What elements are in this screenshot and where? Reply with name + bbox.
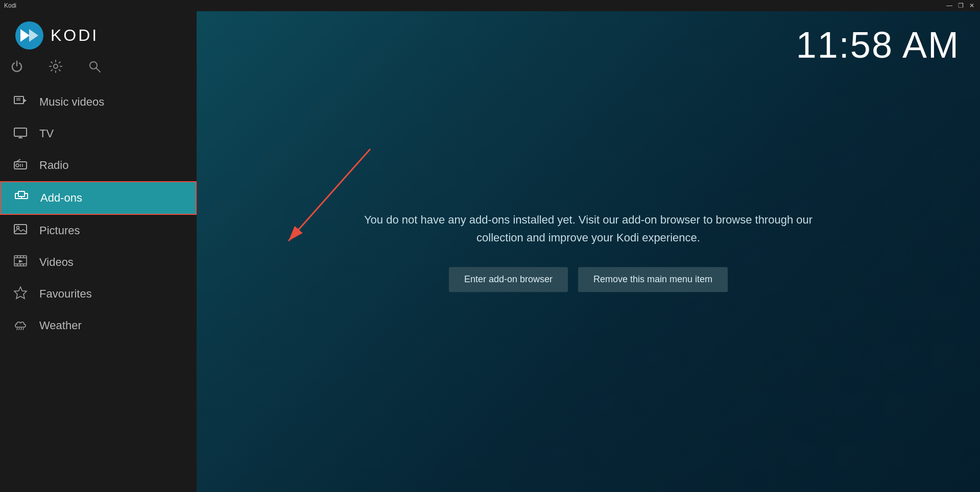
search-icon[interactable] bbox=[88, 60, 101, 76]
favourites-icon bbox=[13, 285, 28, 303]
svg-marker-7 bbox=[23, 99, 27, 103]
window-title: Kodi bbox=[4, 2, 16, 9]
weather-label: Weather bbox=[39, 319, 82, 332]
app-name: KODI bbox=[51, 26, 99, 45]
radio-icon bbox=[13, 157, 28, 174]
add-ons-icon bbox=[14, 189, 29, 207]
power-icon[interactable] bbox=[10, 60, 23, 76]
window-controls: — ❐ ✕ bbox=[945, 2, 976, 9]
svg-line-34 bbox=[17, 328, 17, 330]
app-body: KODI bbox=[0, 11, 980, 492]
center-content: You do not have any add-ons installed ye… bbox=[358, 211, 818, 292]
videos-label: Videos bbox=[39, 256, 74, 269]
weather-icon bbox=[13, 317, 28, 334]
music-videos-label: Music videos bbox=[39, 95, 104, 109]
music-videos-icon bbox=[13, 93, 28, 111]
sidebar-item-tv[interactable]: TV bbox=[0, 118, 197, 150]
close-button[interactable]: ✕ bbox=[968, 2, 976, 9]
main-content: 11:58 AM You do not have any add-ons ins… bbox=[197, 11, 980, 492]
sidebar: KODI bbox=[0, 11, 197, 492]
sidebar-item-radio[interactable]: Radio bbox=[0, 150, 197, 181]
videos-icon bbox=[13, 254, 28, 271]
svg-line-35 bbox=[19, 328, 19, 330]
action-buttons: Enter add-on browser Remove this main me… bbox=[358, 267, 818, 292]
sidebar-item-music-videos[interactable]: Music videos bbox=[0, 86, 197, 118]
radio-label: Radio bbox=[39, 159, 68, 172]
svg-rect-20 bbox=[18, 191, 25, 196]
nav-items: Music videos TV bbox=[0, 86, 197, 492]
logo-area: KODI bbox=[0, 11, 197, 55]
remove-menu-item-button[interactable]: Remove this main menu item bbox=[578, 267, 728, 292]
top-icons-bar bbox=[0, 55, 197, 86]
sidebar-item-weather[interactable]: Weather bbox=[0, 310, 197, 341]
settings-icon[interactable] bbox=[49, 60, 62, 76]
add-ons-label: Add-ons bbox=[40, 191, 82, 205]
favourites-label: Favourites bbox=[39, 287, 92, 301]
pictures-label: Pictures bbox=[39, 224, 80, 237]
minimize-button[interactable]: — bbox=[945, 2, 953, 9]
svg-point-14 bbox=[16, 164, 19, 167]
enter-addon-browser-button[interactable]: Enter add-on browser bbox=[449, 267, 568, 292]
svg-point-3 bbox=[54, 64, 58, 68]
svg-rect-21 bbox=[14, 225, 27, 234]
tv-icon bbox=[13, 125, 28, 142]
svg-line-5 bbox=[97, 68, 101, 72]
clock-display: 11:58 AM bbox=[796, 24, 960, 66]
svg-rect-10 bbox=[14, 128, 27, 136]
sidebar-item-pictures[interactable]: Pictures bbox=[0, 215, 197, 247]
svg-line-36 bbox=[21, 328, 21, 330]
svg-line-37 bbox=[23, 328, 23, 330]
svg-marker-32 bbox=[19, 260, 23, 263]
kodi-logo-icon bbox=[15, 21, 43, 50]
sidebar-item-favourites[interactable]: Favourites bbox=[0, 278, 197, 310]
tv-label: TV bbox=[39, 127, 54, 140]
title-bar: Kodi — ❐ ✕ bbox=[0, 0, 980, 11]
sidebar-item-add-ons[interactable]: Add-ons bbox=[0, 181, 197, 215]
info-message: You do not have any add-ons installed ye… bbox=[358, 211, 818, 247]
restore-button[interactable]: ❐ bbox=[957, 2, 965, 9]
pictures-icon bbox=[13, 222, 28, 239]
svg-marker-33 bbox=[14, 287, 27, 299]
svg-line-39 bbox=[289, 149, 370, 241]
sidebar-item-videos[interactable]: Videos bbox=[0, 247, 197, 278]
